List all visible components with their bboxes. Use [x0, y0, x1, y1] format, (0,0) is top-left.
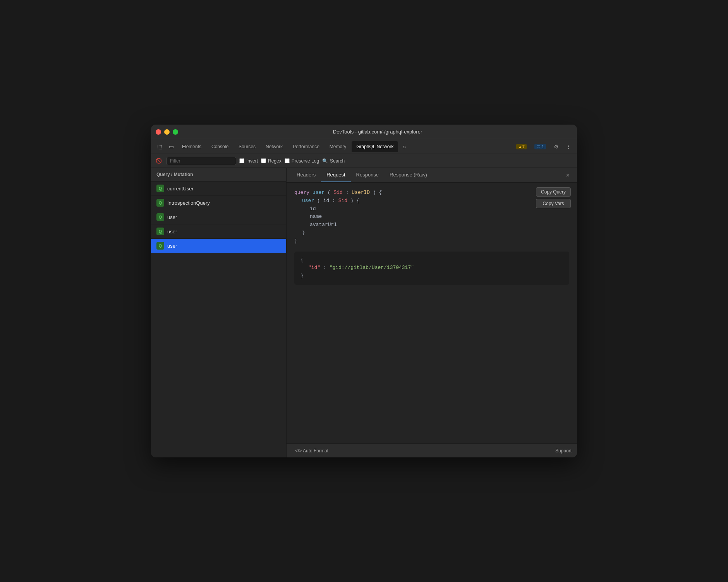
sidebar-item-label-2: IntrospectionQuery	[167, 200, 210, 206]
devtools-window: DevTools - gitlab.com/-/graphql-explorer…	[151, 125, 577, 457]
traffic-lights	[156, 129, 178, 135]
tab-console[interactable]: Console	[207, 141, 233, 152]
query-line-1: query user ( $id : UserID ) {	[294, 189, 569, 197]
preserve-log-checkbox-label[interactable]: Preserve Log	[285, 158, 319, 164]
sidebar-item-user-3[interactable]: Q user	[151, 239, 286, 253]
query-badge-5: Q	[156, 242, 164, 250]
bottom-bar: </> Auto Format Support	[287, 443, 577, 457]
query-badge-2: Q	[156, 199, 164, 207]
filter-bar: 🚫 Invert Regex Preserve Log 🔍 Search	[151, 154, 577, 168]
warnings-button[interactable]: ▲7	[513, 143, 530, 150]
field-name: name	[310, 214, 322, 219]
vars-block: { "id" : "gid://gitlab/User/13704317" }	[294, 252, 569, 285]
sidebar-header: Query / Mutation	[151, 168, 286, 181]
tab-graphql-network[interactable]: GraphQL Network	[352, 141, 398, 152]
filter-icon[interactable]: 🚫	[154, 156, 163, 166]
maximize-button[interactable]	[173, 129, 178, 135]
query-line-close1: }	[294, 229, 569, 237]
sidebar-list: Q currentUser Q IntrospectionQuery Q use…	[151, 181, 286, 457]
query-block: query user ( $id : UserID ) { user ( id …	[294, 189, 569, 245]
tab-headers[interactable]: Headers	[291, 168, 321, 182]
support-link[interactable]: Support	[555, 448, 572, 454]
sidebar-item-label-4: user	[167, 229, 177, 235]
settings-icon[interactable]: ⚙	[551, 141, 561, 152]
code-area: Copy Query Copy Vars query user ( $id : …	[287, 183, 577, 443]
tab-request[interactable]: Request	[321, 168, 350, 182]
console-messages-button[interactable]: 🗨 1	[531, 143, 549, 150]
filter-input[interactable]	[167, 157, 236, 165]
type-userid: UserID	[352, 190, 370, 195]
query-line-2: user ( id : $id ) {	[294, 197, 569, 205]
copy-buttons: Copy Query Copy Vars	[536, 187, 571, 208]
vars-id-line: "id" : "gid://gitlab/User/13704317"	[300, 264, 563, 272]
warnings-badge: ▲7	[516, 144, 527, 149]
sidebar: Query / Mutation Q currentUser Q Introsp…	[151, 168, 287, 457]
tabs-right: ▲7 🗨 1 ⚙ ⋮	[513, 141, 574, 152]
invert-checkbox[interactable]	[239, 158, 244, 163]
query-line-field3: avatarUrl	[294, 221, 569, 229]
more-tabs-icon[interactable]: »	[399, 141, 410, 152]
tab-performance[interactable]: Performance	[288, 141, 324, 152]
tab-network[interactable]: Network	[261, 141, 287, 152]
more-options-icon[interactable]: ⋮	[563, 141, 574, 152]
tab-elements[interactable]: Elements	[177, 141, 206, 152]
arg-id-key: id	[323, 198, 330, 204]
tab-response[interactable]: Response	[351, 168, 385, 182]
detail-panel: Headers Request Response Response (Raw) …	[287, 168, 577, 457]
param-id: $id	[333, 190, 342, 195]
minimize-button[interactable]	[164, 129, 170, 135]
keyword-query: query	[294, 190, 309, 195]
close-detail-button[interactable]: ×	[563, 171, 572, 180]
func-name: user	[312, 190, 325, 195]
sidebar-item-user-2[interactable]: Q user	[151, 224, 286, 239]
device-toolbar-icon[interactable]: ▭	[166, 141, 177, 152]
inspect-element-icon[interactable]: ⬚	[154, 141, 165, 152]
field-avatarurl: avatarUrl	[310, 222, 337, 228]
vars-close-brace: }	[300, 272, 563, 280]
copy-vars-button[interactable]: Copy Vars	[536, 199, 571, 208]
window-title: DevTools - gitlab.com/-/graphql-explorer	[183, 129, 572, 135]
filter-input-wrap	[167, 157, 236, 165]
query-line-close2: }	[294, 237, 569, 245]
sidebar-item-introspectionquery[interactable]: Q IntrospectionQuery	[151, 196, 286, 210]
tab-memory[interactable]: Memory	[325, 141, 351, 152]
auto-format-button[interactable]: </> Auto Format	[292, 447, 331, 455]
sidebar-item-currentuser[interactable]: Q currentUser	[151, 181, 286, 196]
sidebar-item-label-5: user	[167, 243, 177, 249]
invert-checkbox-label[interactable]: Invert	[239, 158, 258, 164]
main-content: Query / Mutation Q currentUser Q Introsp…	[151, 168, 577, 457]
copy-query-button[interactable]: Copy Query	[536, 187, 571, 197]
arg-id-val: $id	[338, 198, 347, 204]
console-badge: 🗨 1	[534, 144, 546, 149]
search-icon: 🔍	[322, 158, 328, 164]
sidebar-item-user-1[interactable]: Q user	[151, 210, 286, 224]
regex-checkbox-label[interactable]: Regex	[261, 158, 282, 164]
sub-tabs: Headers Request Response Response (Raw) …	[287, 168, 577, 183]
vars-open-brace: {	[300, 256, 563, 264]
tabs-bar: ⬚ ▭ Elements Console Sources Network Per…	[151, 139, 577, 154]
vars-value: "gid://gitlab/User/13704317"	[330, 265, 414, 270]
func-user: user	[302, 198, 314, 204]
field-id: id	[310, 206, 316, 212]
query-badge-4: Q	[156, 228, 164, 235]
query-badge-3: Q	[156, 213, 164, 221]
query-line-field2: name	[294, 213, 569, 221]
sidebar-item-label-3: user	[167, 214, 177, 220]
query-line-field1: id	[294, 205, 569, 213]
titlebar: DevTools - gitlab.com/-/graphql-explorer	[151, 125, 577, 139]
tab-response-raw[interactable]: Response (Raw)	[384, 168, 433, 182]
vars-key: "id"	[308, 265, 320, 270]
query-badge-1: Q	[156, 185, 164, 192]
sidebar-item-label-1: currentUser	[167, 186, 194, 192]
tab-sources[interactable]: Sources	[234, 141, 260, 152]
search-label[interactable]: 🔍 Search	[322, 158, 345, 164]
regex-checkbox[interactable]	[261, 158, 266, 163]
preserve-log-checkbox[interactable]	[285, 158, 290, 163]
close-button[interactable]	[156, 129, 161, 135]
